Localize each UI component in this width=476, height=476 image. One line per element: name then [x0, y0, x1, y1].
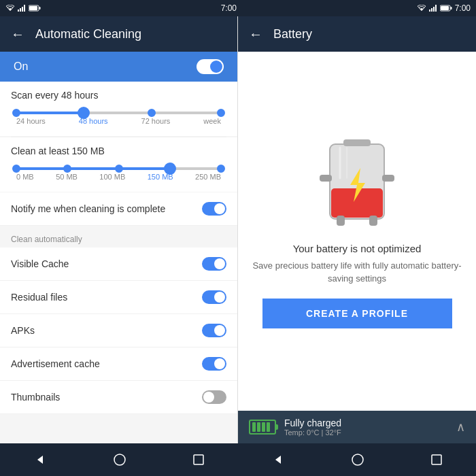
notify-toggle[interactable]	[202, 202, 226, 216]
svg-rect-8	[431, 8, 432, 12]
svg-marker-24	[37, 456, 43, 464]
svg-rect-7	[429, 10, 430, 12]
clean-slider-labels: 0 MB 50 MB 100 MB 150 MB 250 MB	[16, 173, 221, 181]
battery-bar-2	[257, 422, 260, 432]
scan-dot-0	[12, 109, 20, 117]
svg-rect-20	[320, 175, 332, 182]
notification-chevron[interactable]: ∧	[456, 420, 465, 435]
main-toggle[interactable]	[197, 59, 224, 74]
back-arrow-left[interactable]: ←	[11, 27, 24, 42]
svg-rect-21	[382, 175, 394, 182]
auto-clean-label-4: Thumbnails	[11, 392, 60, 403]
notification-content: Fully charged Temp: 0°C | 32°F	[249, 418, 341, 437]
notify-label: Notify me when cleaning is complete	[11, 203, 165, 214]
notification-bar[interactable]: Fully charged Temp: 0°C | 32°F ∧	[238, 411, 476, 443]
create-profile-button[interactable]: CREATE A PROFILE	[262, 299, 452, 328]
clean-title: Clean at least 150 MB	[11, 146, 226, 156]
battery-content: Your battery is not optimized Save preci…	[238, 52, 476, 411]
svg-rect-15	[343, 139, 371, 146]
scan-label-2: 72 hours	[141, 117, 171, 125]
battery-bar-4	[267, 422, 270, 432]
scan-dot-66	[148, 109, 156, 117]
svg-rect-26	[194, 455, 203, 464]
scan-slider-fill	[16, 112, 84, 114]
clean-label-1: 50 MB	[56, 173, 78, 181]
on-off-row: On	[0, 52, 237, 82]
notification-text-container: Fully charged Temp: 0°C | 32°F	[284, 418, 341, 437]
notify-row: Notify me when cleaning is complete	[0, 192, 237, 226]
wifi-icon-right	[417, 5, 426, 12]
auto-clean-knob-2	[214, 325, 225, 336]
auto-clean-item-0: Visible Cache	[0, 248, 237, 281]
clean-dot-0	[12, 165, 20, 173]
nav-recents-left[interactable]	[192, 454, 205, 466]
main-content: ← Automatic Cleaning On Scan every 48 ho…	[0, 16, 476, 443]
svg-rect-9	[433, 7, 435, 12]
svg-point-28	[352, 454, 363, 465]
battery-illustration	[316, 134, 398, 229]
svg-point-25	[114, 454, 125, 465]
nav-home-right[interactable]	[351, 453, 364, 466]
right-panel: ← Battery	[238, 16, 476, 443]
auto-clean-toggle-1[interactable]	[202, 290, 226, 304]
auto-clean-knob-1	[214, 292, 225, 303]
notify-toggle-knob	[214, 203, 225, 214]
time-display: 7:00	[221, 3, 237, 13]
auto-clean-toggle-3[interactable]	[202, 357, 226, 371]
battery-icon-left	[29, 5, 41, 12]
auto-clean-item-2: APKs	[0, 314, 237, 347]
back-arrow-right[interactable]: ←	[249, 27, 262, 42]
nav-back-right[interactable]	[271, 453, 285, 466]
auto-clean-header-text: Clean automatically	[11, 235, 82, 244]
auto-clean-knob-3	[214, 358, 225, 369]
clean-thumb[interactable]	[164, 163, 176, 175]
auto-clean-header: Clean automatically	[0, 226, 237, 248]
scan-slider-track[interactable]	[16, 112, 221, 114]
status-bar-left	[5, 5, 41, 12]
auto-clean-toggle-4[interactable]	[202, 390, 226, 404]
auto-clean-item-1: Residual files	[0, 281, 237, 314]
right-panel-title: Battery	[273, 27, 312, 41]
wifi-icon	[5, 5, 15, 12]
left-panel: ← Automatic Cleaning On Scan every 48 ho…	[0, 16, 238, 443]
left-panel-title: Automatic Cleaning	[35, 27, 141, 41]
auto-clean-item-4: Thumbnails	[0, 381, 237, 414]
battery-full-icon	[249, 420, 276, 435]
scan-thumb[interactable]	[78, 107, 90, 119]
scan-dot-100	[217, 109, 225, 117]
battery-sub-text: Save precious battery life with fully au…	[252, 260, 462, 284]
svg-rect-12	[450, 7, 452, 10]
nav-back-left[interactable]	[33, 453, 47, 466]
status-bar-time: 7:00	[221, 3, 237, 13]
notification-title: Fully charged	[284, 418, 341, 428]
svg-rect-3	[24, 5, 25, 12]
scan-slider-container[interactable]: 24 hours 48 hours 72 hours week	[11, 112, 226, 125]
clean-slider-track[interactable]	[16, 167, 221, 170]
battery-svg	[316, 134, 398, 229]
signal-icon	[18, 5, 26, 12]
auto-clean-toggle-2[interactable]	[202, 324, 226, 337]
clean-section: Clean at least 150 MB 0 MB	[0, 137, 237, 192]
svg-marker-27	[275, 456, 281, 464]
battery-bars	[252, 422, 271, 432]
signal-icon-right	[429, 5, 437, 12]
bottom-nav	[0, 443, 476, 476]
auto-clean-toggle-0[interactable]	[202, 257, 226, 271]
status-bar-right: 7:00	[417, 3, 471, 13]
scan-section: Scan every 48 hours 24 hours 48 hours	[0, 82, 237, 136]
svg-rect-2	[22, 7, 23, 12]
battery-bar-3	[262, 422, 265, 432]
svg-rect-0	[18, 10, 19, 12]
nav-home-left[interactable]	[113, 453, 126, 466]
status-bar: 7:00 7:00	[0, 0, 476, 16]
clean-slider-fill	[16, 167, 170, 170]
auto-clean-knob-0	[214, 258, 225, 269]
clean-slider-container[interactable]: 0 MB 50 MB 100 MB 150 MB 250 MB	[11, 167, 226, 181]
battery-full-icon-container	[249, 420, 276, 435]
svg-rect-18	[337, 216, 345, 226]
auto-clean-label-1: Residual files	[11, 292, 67, 303]
nav-recents-right[interactable]	[430, 454, 443, 466]
auto-clean-item-3: Advertisement cache	[0, 347, 237, 381]
scan-slider-labels: 24 hours 48 hours 72 hours week	[16, 117, 221, 125]
svg-rect-19	[369, 216, 377, 226]
